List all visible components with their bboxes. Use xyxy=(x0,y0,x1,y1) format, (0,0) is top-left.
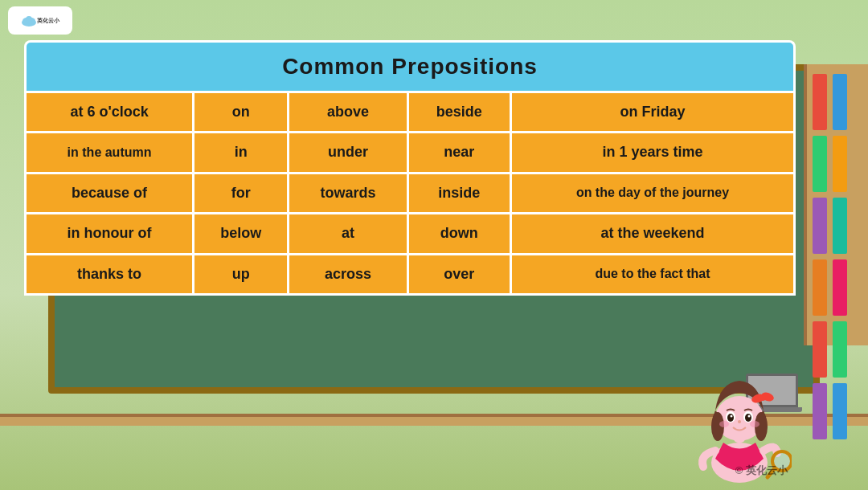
table-cell: at the weekend xyxy=(510,214,794,254)
bookshelf-right xyxy=(804,64,868,345)
svg-point-17 xyxy=(750,421,760,427)
watermark: © 英化云小 xyxy=(735,463,788,478)
table-cell: in the autumn xyxy=(26,133,194,173)
book xyxy=(813,74,827,130)
table-cell: at xyxy=(289,214,407,254)
table-cell: near xyxy=(407,133,510,173)
table-row: thanks toupacrossoverdue to the fact tha… xyxy=(26,254,795,294)
title-bar: Common Prepositions xyxy=(24,40,796,91)
book xyxy=(833,136,847,192)
svg-point-12 xyxy=(745,414,751,422)
table-cell: for xyxy=(194,173,289,213)
table-row: at 6 o'clockonabovebesideon Friday xyxy=(26,92,795,133)
table-cell: thanks to xyxy=(26,254,194,294)
cloud-icon xyxy=(21,15,37,27)
book xyxy=(833,74,847,130)
book-collection xyxy=(807,64,868,449)
book xyxy=(813,383,827,439)
table-cell: on Friday xyxy=(510,92,794,133)
table-cell: inside xyxy=(407,173,510,213)
table-cell: at 6 o'clock xyxy=(26,92,194,133)
table-cell: above xyxy=(289,92,407,133)
svg-point-16 xyxy=(719,421,729,427)
table-row: in the autumninundernearin 1 years time xyxy=(26,133,795,173)
table-cell: below xyxy=(194,214,289,254)
book xyxy=(813,259,827,316)
table-cell: towards xyxy=(289,173,407,213)
table-cell: in xyxy=(194,133,289,173)
svg-point-13 xyxy=(731,415,733,418)
table-row: in honour ofbelowatdownat the weekend xyxy=(26,214,795,254)
svg-point-14 xyxy=(748,415,751,418)
svg-point-15 xyxy=(738,420,741,423)
prepositions-table: at 6 o'clockonabovebesideon Fridayin the… xyxy=(24,91,796,296)
page-title: Common Prepositions xyxy=(43,54,777,80)
logo-text: 英化云小 xyxy=(37,17,59,25)
table-cell: under xyxy=(289,133,407,173)
table-cell: down xyxy=(407,214,510,254)
book xyxy=(833,259,847,316)
table-cell: due to the fact that xyxy=(510,254,794,294)
book xyxy=(833,198,847,254)
book xyxy=(833,383,847,439)
book xyxy=(813,136,827,192)
svg-point-3 xyxy=(26,16,32,22)
table-cell: because of xyxy=(26,173,194,213)
book xyxy=(833,321,847,378)
table-cell: beside xyxy=(407,92,510,133)
table-row: because offortowardsinsideon the day of … xyxy=(26,173,795,213)
table-cell: across xyxy=(289,254,407,294)
watermark-icon: © xyxy=(735,464,743,476)
main-content: Common Prepositions at 6 o'clockonaboveb… xyxy=(24,40,796,426)
table-cell: in 1 years time xyxy=(510,133,794,173)
table-body: at 6 o'clockonabovebesideon Fridayin the… xyxy=(26,92,795,295)
table-cell: on the day of the journey xyxy=(510,173,794,213)
book xyxy=(813,198,827,254)
logo: 英化云小 xyxy=(8,6,72,35)
table-cell: in honour of xyxy=(26,214,194,254)
table-cell: on xyxy=(194,92,289,133)
table-cell: over xyxy=(407,254,510,294)
table-cell: up xyxy=(194,254,289,294)
book xyxy=(813,321,827,378)
svg-point-11 xyxy=(727,414,734,422)
svg-point-22 xyxy=(760,394,766,401)
watermark-text: 英化云小 xyxy=(746,464,788,476)
